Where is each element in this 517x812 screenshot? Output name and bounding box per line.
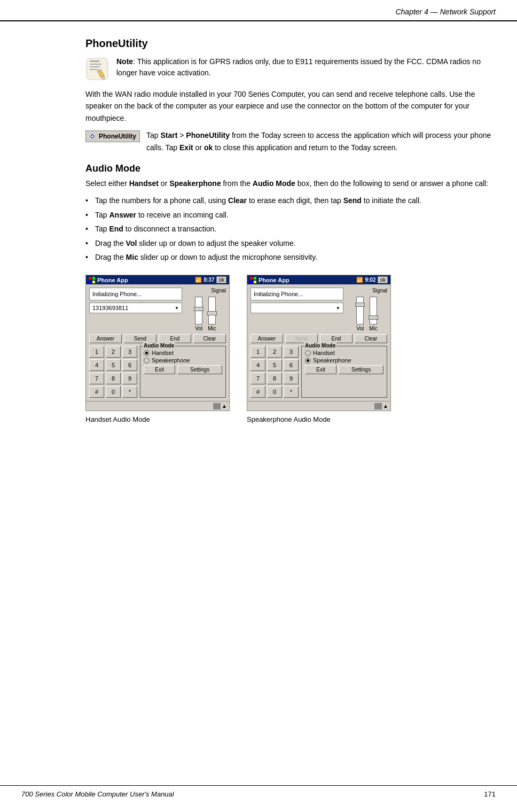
num-hash-2[interactable]: # xyxy=(250,386,265,398)
svg-rect-4 xyxy=(90,69,98,70)
num-2-2[interactable]: 2 xyxy=(267,346,282,358)
phone-utility-small-icon xyxy=(88,132,97,141)
mic-slider-col-1: Mic xyxy=(208,297,216,331)
svg-rect-1 xyxy=(90,60,99,62)
svg-rect-16 xyxy=(254,281,256,283)
vol-track-2[interactable] xyxy=(356,297,364,324)
numpad-1: 1 2 3 4 5 6 7 8 9 # 0 * xyxy=(89,346,137,398)
num-5-2[interactable]: 5 xyxy=(267,359,282,371)
phone-body-1: Initializing Phone... 13193693811 ▼ Sign… xyxy=(86,284,229,401)
phone-utility-icon-box: PhoneUtility xyxy=(85,130,140,142)
handset-option-2[interactable]: Handset xyxy=(305,350,383,356)
num-7-1[interactable]: 7 xyxy=(89,373,104,384)
bullet-item-3: Tap End to disconnect a transaction. xyxy=(85,223,496,235)
clear-btn-1[interactable]: Clear xyxy=(193,334,226,343)
taskbar-2: ▲ xyxy=(247,401,390,411)
bullet-item-2: Tap Answer to receive an incoming call. xyxy=(85,209,496,221)
num-6-1[interactable]: 6 xyxy=(122,359,137,371)
init-text-1: Initializing Phone... xyxy=(89,288,182,300)
end-btn-2[interactable]: End xyxy=(320,334,352,343)
bottom-btns-2: Exit Settings xyxy=(305,365,383,374)
num-5-1[interactable]: 5 xyxy=(106,359,121,371)
send-btn-1[interactable]: Send xyxy=(124,334,156,343)
ok-button-2[interactable]: ok xyxy=(378,276,388,283)
speakerphone-radio-2 xyxy=(305,358,311,364)
phone-left-panel-1: Initializing Phone... 13193693811 ▼ xyxy=(89,288,182,313)
num-9-2[interactable]: 9 xyxy=(284,373,299,384)
chapter-title: Chapter 4 — Network Support xyxy=(395,7,496,16)
svg-rect-14 xyxy=(254,277,256,280)
num-4-1[interactable]: 4 xyxy=(89,359,104,371)
speakerphone-label-2: Speakerphone xyxy=(313,357,351,364)
screenshot2-caption: Speakerphone Audio Mode xyxy=(247,415,331,423)
num-star-2[interactable]: * xyxy=(284,386,299,398)
signal-icon-1: 📶 xyxy=(195,277,201,283)
num-1-2[interactable]: 1 xyxy=(250,346,265,358)
screenshot1-caption: Handset Audio Mode xyxy=(85,415,150,423)
section1-title: PhoneUtility xyxy=(85,37,496,50)
num-hash-1[interactable]: # xyxy=(89,386,104,398)
mic-track-2[interactable] xyxy=(370,297,377,324)
settings-btn-2[interactable]: Settings xyxy=(339,365,383,374)
speakerphone-option-1[interactable]: Speakerphone xyxy=(144,357,222,364)
vol-label-2: Vol xyxy=(356,326,364,331)
num-7-2[interactable]: 7 xyxy=(250,373,265,384)
note-label: Note xyxy=(116,57,133,66)
num-2-1[interactable]: 2 xyxy=(106,346,121,358)
num-0-2[interactable]: 0 xyxy=(267,386,282,398)
num-star-1[interactable]: * xyxy=(122,386,137,398)
num-3-2[interactable]: 3 xyxy=(284,346,299,358)
app-title-1: Phone App xyxy=(97,277,128,283)
handset-radio-2 xyxy=(305,350,311,356)
num-4-2[interactable]: 4 xyxy=(250,359,265,371)
phone-top-row-1: Initializing Phone... 13193693811 ▼ Sign… xyxy=(89,288,226,331)
audio-mode-title-2: Audio Mode xyxy=(304,343,336,349)
vol-thumb-2 xyxy=(355,303,365,307)
exit-btn-1[interactable]: Exit xyxy=(144,365,175,374)
ok-button-1[interactable]: ok xyxy=(216,276,226,283)
settings-btn-1[interactable]: Settings xyxy=(177,365,222,374)
answer-btn-1[interactable]: Answer xyxy=(89,334,122,343)
phone-body-2: Initializing Phone... ▼ Signal xyxy=(247,284,390,401)
section2-intro: Select either Handset or Speakerphone fr… xyxy=(85,177,496,189)
num-8-2[interactable]: 8 xyxy=(267,373,282,384)
handset-option-1[interactable]: Handset xyxy=(144,350,222,356)
clear-btn-2[interactable]: Clear xyxy=(355,334,387,343)
svg-rect-10 xyxy=(92,277,95,280)
num-6-2[interactable]: 6 xyxy=(284,359,299,371)
titlebar-right-2: 📶 9:02 ok xyxy=(356,276,388,283)
footer-left: 700 Series Color Mobile Computer User's … xyxy=(21,790,174,798)
note-box: Note: This application is for GPRS radio… xyxy=(85,56,496,81)
mic-label-2: Mic xyxy=(369,326,378,331)
exit-btn-2[interactable]: Exit xyxy=(305,365,336,374)
send-btn-2[interactable]: Send xyxy=(285,334,318,343)
handset-label-1: Handset xyxy=(152,350,174,356)
windows-logo-icon-2 xyxy=(250,277,256,283)
num-1-1[interactable]: 1 xyxy=(89,346,104,358)
num-9-1[interactable]: 9 xyxy=(122,373,137,384)
num-0-1[interactable]: 0 xyxy=(106,386,121,398)
svg-rect-2 xyxy=(90,64,101,65)
handset-label-2: Handset xyxy=(313,350,335,356)
dropdown-arrow-1: ▼ xyxy=(175,306,179,311)
vol-track-1[interactable] xyxy=(195,297,202,324)
answer-btn-2[interactable]: Answer xyxy=(250,334,283,343)
num-3-1[interactable]: 3 xyxy=(122,346,137,358)
phone-dropdown-1[interactable]: 13193693811 ▼ xyxy=(89,303,182,313)
note-icon xyxy=(85,57,109,81)
phone-window-2: Phone App 📶 9:02 ok In xyxy=(247,275,391,411)
phone-right-panel-1: Signal Vol xyxy=(185,288,226,331)
taskbar-arrow-2: ▲ xyxy=(383,403,388,409)
page: Chapter 4 — Network Support PhoneUtility xyxy=(0,0,517,812)
phone-dropdown-2[interactable]: ▼ xyxy=(250,303,343,313)
speakerphone-radio-1 xyxy=(144,358,150,364)
action-btns-1: Answer Send End Clear xyxy=(89,334,226,343)
speakerphone-option-2[interactable]: Speakerphone xyxy=(305,357,383,364)
audio-mode-box-2: Audio Mode Handset Speakerphone xyxy=(301,346,387,398)
titlebar-left-1: Phone App xyxy=(89,277,128,283)
mic-track-1[interactable] xyxy=(208,297,216,324)
phone-top-row-2: Initializing Phone... ▼ Signal xyxy=(250,288,387,331)
num-8-1[interactable]: 8 xyxy=(106,373,121,384)
pencil-icon xyxy=(85,57,109,81)
end-btn-1[interactable]: End xyxy=(159,334,191,343)
